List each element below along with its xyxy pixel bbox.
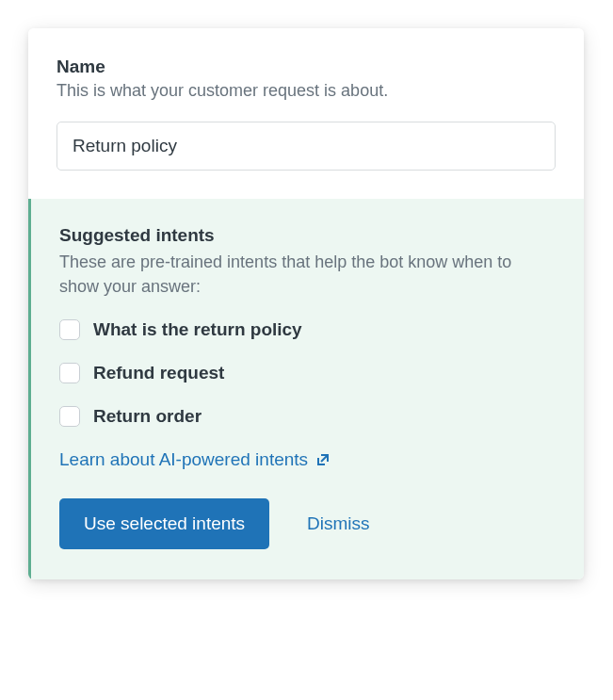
suggested-intents-description: These are pre-trained intents that help … bbox=[59, 250, 556, 299]
intent-label: What is the return policy bbox=[93, 319, 302, 340]
name-section: Name This is what your customer request … bbox=[28, 28, 584, 199]
name-input[interactable] bbox=[56, 122, 556, 171]
intent-label: Refund request bbox=[93, 363, 224, 383]
intent-option[interactable]: Return order bbox=[59, 406, 556, 427]
intent-label: Return order bbox=[93, 406, 202, 427]
intent-option[interactable]: Refund request bbox=[59, 363, 556, 383]
suggested-intents-section: Suggested intents These are pre-trained … bbox=[28, 199, 584, 579]
learn-about-intents-link[interactable]: Learn about AI-powered intents bbox=[59, 449, 331, 470]
name-description: This is what your customer request is ab… bbox=[56, 81, 556, 101]
checkbox-icon[interactable] bbox=[59, 319, 80, 340]
use-selected-intents-button[interactable]: Use selected intents bbox=[59, 498, 269, 549]
intent-option[interactable]: What is the return policy bbox=[59, 319, 556, 340]
button-row: Use selected intents Dismiss bbox=[59, 498, 556, 549]
checkbox-icon[interactable] bbox=[59, 363, 80, 383]
learn-link-text: Learn about AI-powered intents bbox=[59, 449, 308, 470]
suggested-intents-title: Suggested intents bbox=[59, 225, 556, 246]
name-label: Name bbox=[56, 57, 556, 77]
dismiss-button[interactable]: Dismiss bbox=[307, 513, 370, 534]
checkbox-icon[interactable] bbox=[59, 406, 80, 427]
intent-panel: Name This is what your customer request … bbox=[28, 28, 584, 579]
external-link-icon bbox=[315, 452, 331, 467]
